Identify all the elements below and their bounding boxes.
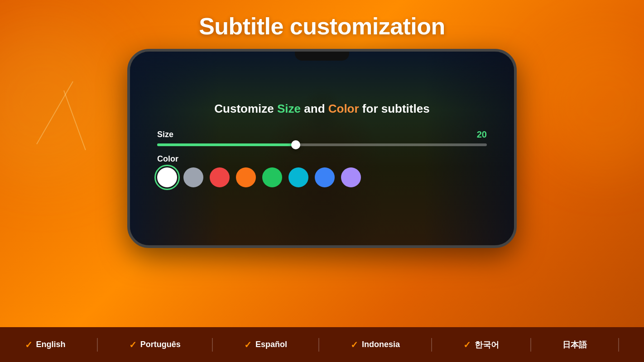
color-swatch-green[interactable] xyxy=(262,167,282,187)
slider-thumb[interactable] xyxy=(291,140,300,149)
lang-item-portugues[interactable]: ✓ Português xyxy=(129,339,181,350)
size-control-group: Size 20 xyxy=(157,129,487,146)
color-swatch-orange[interactable] xyxy=(236,167,256,187)
lang-divider-4 xyxy=(431,338,432,352)
check-icon-indonesia: ✓ xyxy=(351,339,358,350)
screen-content: Customize Size and Color for subtitles S… xyxy=(157,101,487,195)
check-icon-espanol: ✓ xyxy=(244,339,252,350)
slider-fill xyxy=(157,143,296,146)
lang-label-espanol: Español xyxy=(255,340,287,349)
lang-label-japanese: 日本語 xyxy=(562,339,587,350)
check-icon-korean: ✓ xyxy=(463,339,471,350)
size-value: 20 xyxy=(477,129,487,140)
lang-divider-1 xyxy=(97,338,98,352)
phone-container: Customize Size and Color for subtitles S… xyxy=(0,49,644,248)
color-swatch-blue[interactable] xyxy=(315,167,335,187)
lang-item-espanol[interactable]: ✓ Español xyxy=(244,339,287,350)
customize-title: Customize Size and Color for subtitles xyxy=(157,101,487,117)
lang-label-indonesia: Indonesia xyxy=(362,340,400,349)
phone-notch xyxy=(295,52,349,61)
color-swatch-gray[interactable] xyxy=(183,167,203,187)
lang-divider-6 xyxy=(618,338,619,352)
color-control-row: Color xyxy=(157,154,487,164)
color-control-group: Color xyxy=(157,154,487,187)
language-bar: ✓ English ✓ Português ✓ Español ✓ Indone… xyxy=(0,327,644,362)
color-swatch-purple[interactable] xyxy=(341,167,361,187)
color-swatch-white[interactable] xyxy=(157,167,177,187)
size-control-row: Size 20 xyxy=(157,129,487,140)
check-icon-portugues: ✓ xyxy=(129,339,137,350)
size-slider-track[interactable] xyxy=(157,143,487,146)
size-label: Size xyxy=(157,130,173,139)
check-icon-english: ✓ xyxy=(25,339,33,350)
lang-divider-3 xyxy=(318,338,319,352)
color-label: Color xyxy=(157,154,178,164)
lang-item-japanese[interactable]: 日本語 xyxy=(562,339,587,350)
page-title-section: Subtitle customization xyxy=(0,0,644,49)
lang-label-portugues: Português xyxy=(140,340,181,349)
lang-label-korean: 한국어 xyxy=(475,339,499,350)
lang-item-korean[interactable]: ✓ 한국어 xyxy=(463,339,499,350)
size-word: Size xyxy=(277,102,301,115)
lang-item-indonesia[interactable]: ✓ Indonesia xyxy=(351,339,400,350)
phone-screen: Customize Size and Color for subtitles S… xyxy=(130,52,514,245)
lang-item-english[interactable]: ✓ English xyxy=(25,339,66,350)
lang-divider-5 xyxy=(530,338,531,352)
lang-divider-2 xyxy=(212,338,213,352)
color-swatch-cyan[interactable] xyxy=(288,167,308,187)
page-title: Subtitle customization xyxy=(0,13,644,40)
lang-label-english: English xyxy=(36,340,66,349)
phone-frame: Customize Size and Color for subtitles S… xyxy=(127,49,517,248)
color-word: Color xyxy=(328,102,359,115)
color-swatches xyxy=(157,167,487,187)
color-swatch-red[interactable] xyxy=(210,167,230,187)
